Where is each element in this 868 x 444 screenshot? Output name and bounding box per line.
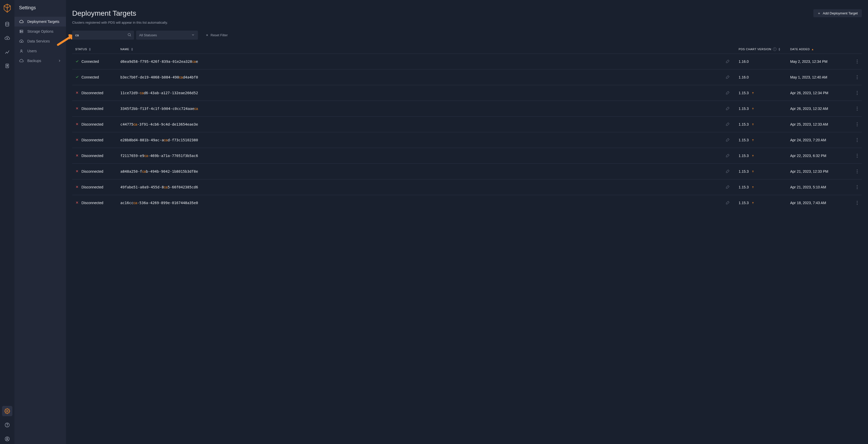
edit-name-button[interactable] [726, 75, 730, 79]
target-name: e28b8bd4-881b-49ac-acad-f73c15102380 [120, 138, 198, 142]
nav-databases-icon[interactable] [2, 19, 12, 29]
row-actions-menu[interactable] [856, 137, 859, 143]
upgrade-available-icon[interactable] [751, 201, 754, 205]
nav-analytics-icon[interactable] [2, 47, 12, 57]
edit-name-button[interactable] [726, 106, 730, 110]
x-icon [75, 138, 79, 142]
nav-user-icon[interactable] [2, 434, 12, 444]
nav-settings-icon[interactable] [2, 406, 12, 416]
sidebar-item-deployment-targets[interactable]: Deployment Targets [14, 17, 66, 27]
col-header-name[interactable]: Name▲▼ [117, 45, 736, 54]
nav-help-icon[interactable] [2, 420, 12, 430]
x-icon [75, 201, 79, 205]
svg-point-18 [857, 78, 858, 79]
edit-name-button[interactable] [726, 185, 730, 189]
svg-point-33 [857, 157, 858, 158]
close-icon [206, 34, 209, 37]
sidebar-item-label: Users [27, 49, 37, 53]
x-icon [75, 107, 79, 111]
app-logo[interactable] [3, 4, 11, 13]
table-row[interactable]: Disconnectedac16ccca-536a-4269-899e-0167… [72, 195, 862, 211]
status-filter-select[interactable]: All Statuses [136, 31, 198, 40]
status-text: Disconnected [82, 153, 103, 158]
chart-version: 1.15.3 [739, 107, 749, 111]
sidebar-item-backups[interactable]: Backups [14, 56, 66, 66]
row-actions-menu[interactable] [856, 106, 859, 112]
sidebar-item-storage-options[interactable]: Storage Options [14, 27, 66, 36]
target-name: 3345f2bb-f13f-4c1f-b904-c0cc724aaeca [120, 107, 198, 111]
row-actions-menu[interactable] [856, 152, 859, 159]
table-row[interactable]: Disconnectede28b8bd4-881b-49ac-acad-f73c… [72, 132, 862, 148]
row-actions-menu[interactable] [856, 168, 859, 174]
edit-name-button[interactable] [726, 169, 730, 173]
target-name: 49fabe51-a0a9-455d-8ca5-66f042385cd6 [120, 185, 198, 189]
upgrade-available-icon[interactable] [751, 91, 754, 95]
row-actions-menu[interactable] [856, 184, 859, 190]
upgrade-available-icon[interactable] [751, 123, 754, 126]
icon-rail [0, 0, 14, 444]
row-actions-menu[interactable] [856, 121, 859, 127]
date-added: May 2, 2023, 12:34 PM [790, 60, 828, 64]
table-row[interactable]: Connectedd6ea9d58-f795-426f-839a-01e2ea3… [72, 54, 862, 69]
table-row[interactable]: Disconnectedc44775ca-3f91-4cb6-9c4d-de13… [72, 116, 862, 132]
row-actions-menu[interactable] [856, 74, 859, 80]
svg-point-20 [857, 93, 858, 93]
svg-point-23 [857, 108, 858, 109]
upgrade-available-icon[interactable] [751, 185, 754, 189]
table-row[interactable]: Disconnectedf2117659-e9ca-469b-a71a-7705… [72, 148, 862, 164]
edit-name-button[interactable] [726, 59, 730, 63]
status-text: Disconnected [82, 201, 103, 205]
row-actions-menu[interactable] [856, 90, 859, 96]
upgrade-available-icon[interactable] [751, 170, 754, 173]
add-button-label: Add Deployment Target [823, 11, 858, 15]
svg-point-41 [857, 202, 858, 203]
col-header-status[interactable]: Status▲▼ [72, 45, 117, 54]
target-name: b3ec7b0f-de19-4068-b084-490cad4a4bf0 [120, 75, 198, 79]
chart-version: 1.15.3 [739, 201, 749, 205]
sidebar-title: Settings [14, 0, 66, 17]
table-row[interactable]: Disconnected11ce72d9-cad6-43ab-a127-132e… [72, 85, 862, 101]
target-name: a848a250-fcab-494b-9042-1b8015b3df8e [120, 169, 198, 173]
main-content: Deployment Targets Add Deployment Target… [66, 0, 868, 444]
help-icon[interactable]: ? [773, 47, 776, 51]
sidebar-item-data-services[interactable]: Data Services [14, 36, 66, 46]
svg-point-24 [857, 110, 858, 110]
row-actions-menu[interactable] [856, 59, 859, 65]
date-added: Apr 25, 2023, 12:33 AM [790, 122, 828, 126]
upgrade-available-icon[interactable] [751, 107, 754, 110]
reset-filter-button[interactable]: Reset Filter [203, 31, 231, 39]
target-name: ac16ccca-536a-4269-899e-0167448a35e0 [120, 201, 198, 205]
nav-billing-icon[interactable] [2, 61, 12, 71]
status-text: Connected [82, 75, 99, 79]
table-row[interactable]: Disconnected49fabe51-a0a9-455d-8ca5-66f0… [72, 179, 862, 195]
target-name: d6ea9d58-f795-426f-839a-01e2ea328cae [120, 60, 198, 64]
search-input[interactable] [72, 31, 134, 40]
upgrade-available-icon[interactable] [751, 138, 754, 142]
nav-cloud-upload-icon[interactable] [2, 33, 12, 43]
sidebar-item-users[interactable]: Users [14, 46, 66, 56]
table-row[interactable]: Disconnected3345f2bb-f13f-4c1f-b904-c0cc… [72, 101, 862, 116]
table-row[interactable]: Disconnecteda848a250-fcab-494b-9042-1b80… [72, 164, 862, 179]
col-header-date[interactable]: Date Added▲ [787, 45, 849, 54]
page-title: Deployment Targets [72, 9, 136, 18]
upgrade-available-icon[interactable] [751, 154, 754, 158]
col-header-version[interactable]: PDS Chart Version?▲▼ [736, 45, 787, 54]
svg-point-29 [857, 139, 858, 140]
edit-name-button[interactable] [726, 138, 730, 142]
chart-version: 1.15.3 [739, 153, 749, 158]
svg-point-31 [857, 153, 858, 155]
edit-name-button[interactable] [726, 91, 730, 95]
add-deployment-target-button[interactable]: Add Deployment Target [813, 9, 862, 17]
plus-icon [817, 12, 820, 15]
svg-point-16 [857, 75, 858, 76]
sidebar-item-label: Storage Options [27, 29, 53, 33]
target-name: c44775ca-3f91-4cb6-9c4d-de13654eae3e [120, 122, 198, 126]
edit-name-button[interactable] [726, 153, 730, 158]
chevron-down-icon [191, 33, 195, 37]
table-row[interactable]: Connectedb3ec7b0f-de19-4068-b084-490cad4… [72, 69, 862, 85]
edit-name-button[interactable] [726, 122, 730, 126]
svg-point-28 [857, 138, 858, 139]
row-actions-menu[interactable] [856, 200, 859, 206]
sort-icon: ▲▼ [778, 47, 781, 51]
edit-name-button[interactable] [726, 201, 730, 205]
